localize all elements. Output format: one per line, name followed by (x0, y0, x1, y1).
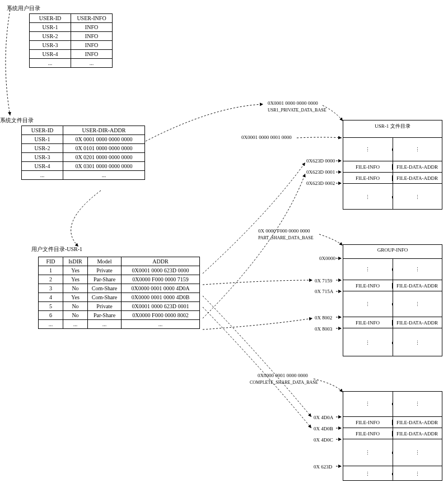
addr-ps-8003: 0X 8003 (315, 326, 332, 332)
table-row: 6NoPar-Share0X0000 F000 0000 8002 (39, 311, 200, 320)
usr1-file-dir-title: 用户文件目录-USR-1 (31, 245, 82, 253)
addr-cs-4d0a: 0X 4D0A (314, 415, 333, 420)
addr-part-share-hex: 0X 0000 F000 0000 0000 (258, 228, 310, 234)
table-row: 3NoCom-Share0X0000 0001 0000 4D0A (39, 284, 200, 293)
table-row: USR-20X 0101 0000 0000 0000 (22, 144, 145, 153)
addr-complete-share-hex: 0X0000 0001 0000 0000 (258, 373, 308, 378)
file-info-cell: FILE-INFO (343, 175, 393, 181)
table-row: USR-10X 0001 0000 0000 0000 (22, 135, 145, 144)
file-data-addr-cell: FILE-DATA-ADDR (393, 164, 442, 170)
table-row: 4YesCom-Share0X0000 0001 0000 4D0B (39, 293, 200, 302)
vdots-icon: ⋮ (393, 473, 442, 475)
table-row: USR-3INFO (30, 41, 113, 50)
file-data-addr-cell: FILE-DATA-ADDR (393, 175, 442, 181)
vdots-icon: ⋮ (343, 148, 393, 151)
table-row: USR-1INFO (30, 23, 113, 32)
addr-usr1-off: 0X0001 0000 0001 0000 (241, 134, 292, 140)
col-addr: ADDR (122, 257, 200, 266)
addr-ps-7159: 0X 7159 (315, 278, 332, 284)
vdots-icon: ⋮ (343, 452, 393, 454)
addr-ps-8002: 0X 8002 (315, 315, 332, 321)
vdots-icon: ⋮ (393, 268, 442, 271)
addr-x623d-2: 0X623D 0002 (306, 180, 335, 186)
table-row: 5NoPrivate0X0001 0000 623D 0001 (39, 302, 200, 311)
user-dir-title: 系统用户目录 (7, 4, 40, 12)
vdots-icon: ⋮ (393, 148, 442, 151)
addr-part-share-lbl: PART_SHARE_DATA_BASE (258, 235, 314, 240)
file-info-cell: FILE-INFO (343, 164, 393, 170)
usr1-file-dir-table: FID IsDIR Model ADDR 1YesPrivate0X0001 0… (38, 257, 200, 329)
table-row: USR-40X 0301 0000 0000 0000 (22, 162, 145, 171)
addr-ps-715a: 0X 715A (315, 289, 333, 294)
part-share-data-block: GROUP-INFO ⋮⋮ FILE-INFOFILE-DATA-ADDR ⋮⋮… (343, 244, 442, 356)
table-row: 2YesPar-Share0X0000 F000 0000 7159 (39, 275, 200, 284)
file-info-cell: FILE-INFO (343, 431, 393, 437)
complete-share-data-block: ⋮⋮ FILE-INFOFILE-DATA-ADDR FILE-INFOFILE… (343, 391, 442, 481)
vdots-icon: ⋮ (393, 452, 442, 454)
table-row: ............ (39, 320, 200, 329)
vdots-icon: ⋮ (343, 268, 393, 271)
col-user-info: USER-INFO (71, 14, 113, 23)
vdots-icon: ⋮ (343, 342, 393, 344)
addr-complete-share-lbl: COMPLETE_SHARE_DATA_BASE (250, 380, 318, 385)
col-isdir: IsDIR (63, 257, 88, 266)
vdots-icon: ⋮ (393, 403, 442, 405)
addr-ps-0: 0X0000 (319, 256, 335, 261)
addr-x623d-1: 0X623D 0001 (306, 169, 335, 175)
file-data-addr-cell: FILE-DATA-ADDR (393, 420, 442, 425)
table-row: USR-4INFO (30, 50, 113, 59)
file-info-cell: FILE-INFO (343, 320, 393, 326)
usr1-block-title: USR-1 文件目录 (343, 120, 442, 132)
table-row: USR-30X 0201 0000 0000 0000 (22, 153, 145, 162)
col-user-id: USER-ID (30, 14, 71, 23)
addr-cs-4d0c: 0X 4D0C (314, 437, 333, 443)
file-info-cell: FILE-INFO (343, 283, 393, 289)
group-info-title: GROUP-INFO (343, 245, 442, 255)
vdots-icon: ⋮ (393, 303, 442, 305)
file-info-cell: FILE-INFO (343, 420, 393, 425)
addr-cs-623d: 0X 623D (314, 464, 332, 470)
addr-cs-4d0b: 0X 4D0B (314, 426, 333, 431)
usr1-data-block: USR-1 文件目录 ⋮⋮ FILE-INFOFILE-DATA-ADDR FI… (343, 120, 442, 210)
sys-file-dir-title: 系统文件目录 (0, 117, 34, 124)
addr-usr1-base-hex: 0X0001 0000 0000 0000 (268, 100, 318, 106)
vdots-icon: ⋮ (343, 403, 393, 405)
col-user-dir-addr: USER-DIR-ADDR (63, 126, 145, 135)
table-row: ...... (30, 59, 113, 68)
file-data-addr-cell: FILE-DATA-ADDR (393, 283, 442, 289)
user-dir-table: USER-IDUSER-INFO USR-1INFO USR-2INFO USR… (29, 13, 113, 68)
addr-usr1-base-lbl: USR1_PRIVATE_DATA_BASE (268, 108, 326, 113)
vdots-icon: ⋮ (393, 196, 442, 198)
addr-x623d-0: 0X623D 0000 (306, 158, 335, 164)
vdots-icon: ⋮ (343, 196, 393, 198)
table-row: ...... (22, 171, 145, 180)
table-row: 1YesPrivate0X0001 0000 623D 0000 (39, 266, 200, 275)
file-data-addr-cell: FILE-DATA-ADDR (393, 431, 442, 437)
col-fid: FID (39, 257, 63, 266)
col-user-id: USER-ID (22, 126, 63, 135)
table-row: USR-2INFO (30, 32, 113, 41)
file-data-addr-cell: FILE-DATA-ADDR (393, 320, 442, 326)
vdots-icon: ⋮ (343, 303, 393, 305)
col-model: Model (88, 257, 122, 266)
sys-file-dir-table: USER-IDUSER-DIR-ADDR USR-10X 0001 0000 0… (21, 126, 145, 180)
vdots-icon: ⋮ (393, 342, 442, 344)
vdots-icon: ⋮ (343, 473, 393, 475)
